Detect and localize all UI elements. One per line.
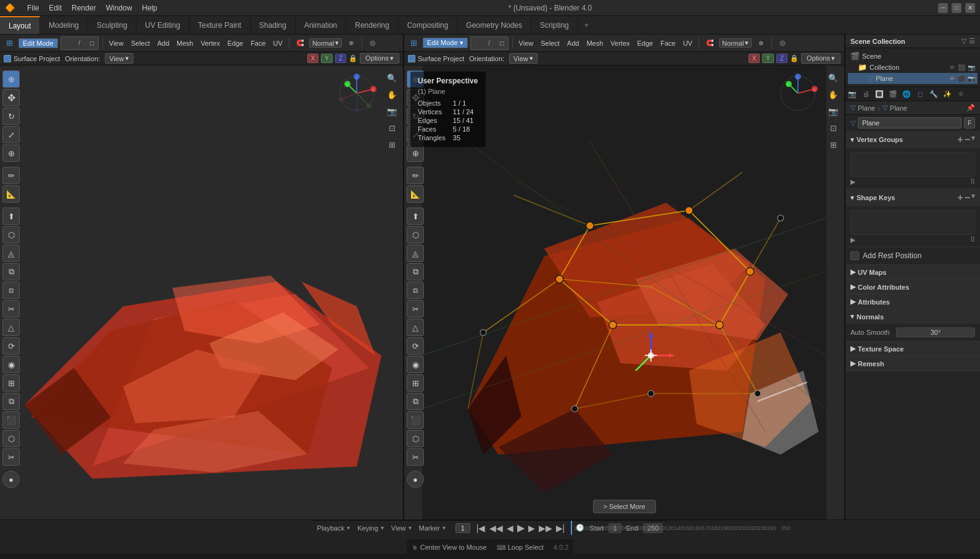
attributes-header[interactable]: ▶ Attributes (845, 295, 980, 309)
vg-dots-btn[interactable]: ⠿ (970, 178, 975, 186)
filter-icon[interactable]: ▽ (961, 37, 966, 45)
prop-scene-icon[interactable]: 🎬 (886, 87, 900, 101)
prop-output-icon[interactable]: 🖨 (859, 87, 873, 101)
right-view-label[interactable]: View (517, 40, 536, 47)
right-knife-tool[interactable]: ✂ (407, 300, 424, 317)
uv-maps-header[interactable]: ▶ UV Maps (845, 265, 980, 279)
left-viewport-canvas[interactable]: ⊕ ✥ ↻ ⤢ ⊕ ✏ 📐 ⬆ ⬡ ◬ ⧉ ⧈ ✂ △ ⟳ ◉ ⊞ ⧉ ⬛ (0, 65, 403, 519)
sk-add-btn[interactable]: + (957, 192, 963, 203)
next-frame-btn[interactable]: ▶ (527, 522, 536, 534)
left-camera-btn[interactable]: 📷 (384, 104, 399, 119)
right-snap-icon[interactable]: 🧲 (703, 36, 716, 50)
right-vertex-select-mode[interactable]: · (471, 38, 483, 49)
right-viewport-canvas[interactable]: User Perspective (1) Plane Objects1 / 1 … (404, 65, 844, 519)
polyline-tool[interactable]: △ (2, 319, 20, 336)
left-x-axis[interactable]: X (307, 54, 319, 63)
shape-keys-header[interactable]: ▾ Shape Keys + − ▾ (845, 189, 980, 206)
right-vertex-label[interactable]: Vertex (608, 40, 632, 47)
right-offset-edge-tool[interactable]: ⧈ (407, 282, 424, 299)
ol-plane-item[interactable]: ▽ Plane 👁 ⬛ 📷 (848, 73, 978, 84)
select-more-button[interactable]: > Select More (592, 500, 655, 513)
add-rest-position-checkbox[interactable] (850, 251, 859, 260)
right-mesh-label[interactable]: Mesh (584, 40, 605, 47)
close-button[interactable]: ✕ (965, 3, 975, 13)
right-y-axis[interactable]: Y (762, 54, 774, 63)
prop-view-layer-icon[interactable]: 🔳 (873, 87, 886, 101)
left-view-label[interactable]: View (107, 40, 127, 47)
prev-keyframe-btn[interactable]: ◀◀ (488, 522, 504, 534)
marker-dropdown[interactable]: Marker ▾ (419, 524, 446, 532)
shear-tool[interactable]: ⬡ (2, 430, 20, 447)
right-polyline-tool[interactable]: △ (407, 319, 424, 336)
right-transform-tool[interactable]: ⊕ (407, 145, 424, 162)
normals-header[interactable]: ▾ Normals (845, 309, 980, 324)
right-transform-pivot-icon[interactable]: ⊕ (754, 36, 768, 50)
left-surface-project-check[interactable]: Surface Project (4, 55, 60, 62)
right-shrink-tool[interactable]: ⬛ (407, 411, 424, 429)
maximize-button[interactable]: □ (952, 3, 961, 13)
left-snap-icon[interactable]: 🧲 (293, 36, 307, 50)
offset-edge-tool[interactable]: ⧈ (2, 282, 20, 299)
prop-modifier-icon[interactable]: 🔧 (927, 87, 941, 101)
shrink-tool[interactable]: ⬛ (2, 411, 20, 429)
left-select-label[interactable]: Select (128, 40, 152, 47)
prop-physics-icon[interactable]: ⚛ (954, 87, 968, 101)
ol-scene-item[interactable]: 🎬 Scene (848, 51, 978, 62)
menu-edit[interactable]: Edit (44, 2, 67, 14)
right-lock-icon[interactable]: 🔒 (790, 54, 799, 62)
tab-animation[interactable]: Animation (296, 16, 346, 34)
left-orientation-gizmo[interactable]: X Y Z (335, 72, 378, 115)
right-select-label[interactable]: Select (538, 40, 562, 47)
right-randomize-tool[interactable]: ⊞ (407, 374, 424, 392)
remesh-header[interactable]: ▶ Remesh (845, 356, 980, 371)
right-shear-tool[interactable]: ⬡ (407, 430, 424, 447)
tab-rendering[interactable]: Rendering (346, 16, 398, 34)
right-spin-tool[interactable]: ⟳ (407, 337, 424, 355)
vis-icon-2[interactable]: ⬛ (958, 64, 965, 71)
left-mode-select[interactable]: Edit Mode (19, 38, 58, 48)
right-orientation-dropdown[interactable]: View▾ (509, 53, 538, 64)
prop-object-icon[interactable]: ◻ (913, 87, 927, 101)
right-rip-tool[interactable]: ✂ (407, 448, 424, 466)
right-x-axis[interactable]: X (749, 54, 760, 63)
right-pan-btn[interactable]: ✋ (826, 87, 841, 102)
sk-remove-btn[interactable]: − (965, 192, 970, 203)
right-z-axis[interactable]: Z (776, 54, 787, 63)
right-circle-icon-btn[interactable]: ● (407, 471, 424, 488)
color-attributes-header[interactable]: ▶ Color Attributes (845, 280, 980, 294)
right-orientation-gizmo[interactable]: X Y Z (776, 72, 820, 115)
prop-world-icon[interactable]: 🌐 (900, 87, 913, 101)
vis-icon-3[interactable]: 📷 (968, 64, 975, 71)
tab-shading[interactable]: Shading (251, 16, 296, 34)
tab-scripting[interactable]: Scripting (531, 16, 578, 34)
left-add-label[interactable]: Add (155, 40, 172, 47)
tab-texture-paint[interactable]: Texture Paint (189, 16, 251, 34)
right-view-grid-btn[interactable]: ⊞ (826, 137, 841, 152)
left-lock-icon[interactable]: 🔒 (349, 54, 357, 62)
left-z-axis[interactable]: Z (335, 54, 346, 63)
prop-render-icon[interactable]: 📷 (845, 87, 859, 101)
playback-dropdown[interactable]: Playback ▾ (317, 524, 351, 532)
left-orientation-dropdown[interactable]: View▾ (105, 53, 133, 64)
right-orientation-select[interactable]: Normal▾ (719, 38, 752, 48)
right-mode-select[interactable]: Edit Mode ▾ (423, 38, 468, 48)
tab-uv-editing[interactable]: UV Editing (136, 16, 189, 34)
auto-smooth-value[interactable]: 30° (896, 327, 975, 337)
scale-tool[interactable]: ⤢ (2, 126, 20, 143)
knife-tool[interactable]: ✂ (2, 300, 20, 317)
left-pan-btn[interactable]: ✋ (384, 87, 399, 102)
right-add-label[interactable]: Add (565, 40, 582, 47)
options-icon[interactable]: ☰ (969, 37, 975, 45)
view-dropdown[interactable]: View ▾ (391, 524, 412, 532)
right-options-btn[interactable]: Options▾ (801, 53, 841, 64)
randomize-tool[interactable]: ⊞ (2, 374, 20, 392)
loop-cut-tool[interactable]: ⧉ (2, 263, 20, 280)
right-bevel-tool[interactable]: ◬ (407, 245, 424, 262)
prop-particles-icon[interactable]: ✨ (941, 87, 954, 101)
vg-play-btn[interactable]: ▶ (850, 178, 855, 186)
left-proportional-icon[interactable]: ◎ (366, 36, 380, 50)
vertex-select-mode[interactable]: · (62, 38, 73, 49)
sk-dots-btn[interactable]: ⠿ (970, 236, 975, 244)
play-btn[interactable]: ▶ (516, 521, 526, 535)
left-edge-label[interactable]: Edge (225, 40, 246, 47)
